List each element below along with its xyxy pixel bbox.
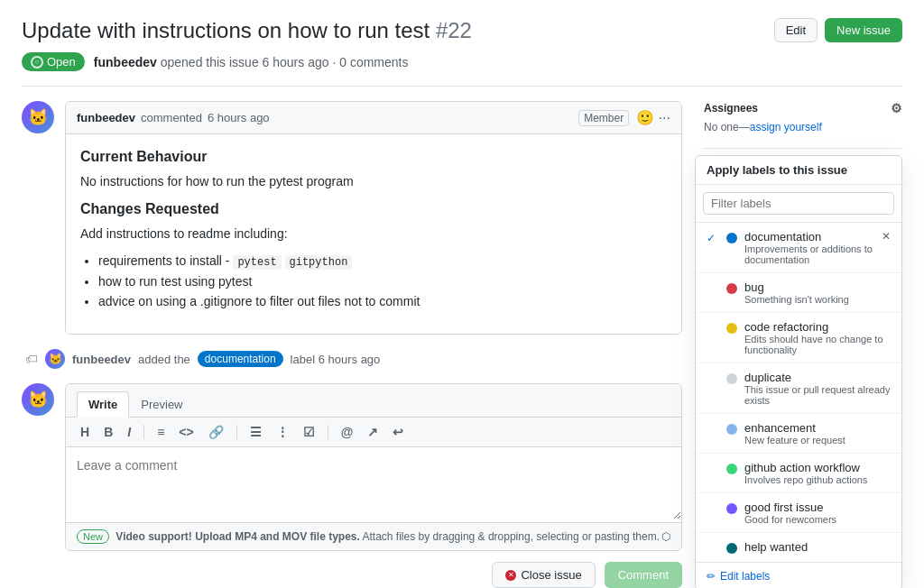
toolbar-link[interactable]: 🔗 <box>205 423 227 441</box>
close-dot-icon: ✕ <box>505 570 516 581</box>
assignees-gear-icon[interactable]: ⚙ <box>891 101 902 115</box>
toolbar-bold[interactable]: B <box>100 423 116 441</box>
label-check-icon <box>707 502 719 515</box>
markdown-icon: ⬡ <box>661 530 670 543</box>
toolbar-divider3 <box>328 425 328 439</box>
label-item[interactable]: ✓documentationImprovements or additions … <box>696 223 901 273</box>
issue-title: Update with instructions on how to run t… <box>22 18 760 43</box>
label-description: New feature or request <box>744 435 891 446</box>
label-info: github action workflowInvolves repo gith… <box>744 461 891 485</box>
list-item: how to run test using pytest <box>98 274 667 289</box>
comment-heading2: Changes Requested <box>80 201 667 217</box>
label-info: documentationImprovements or additions t… <box>744 230 874 265</box>
toolbar-ordered-list[interactable]: ⋮ <box>273 423 292 441</box>
label-check-icon <box>707 322 719 335</box>
label-color-dot <box>726 543 737 554</box>
label-remove-icon[interactable]: ✕ <box>882 230 891 243</box>
assignees-label: Assignees <box>704 102 758 115</box>
label-check-icon <box>707 423 719 436</box>
comment-button[interactable]: Comment <box>605 562 682 588</box>
toolbar-divider1 <box>143 425 144 439</box>
label-color-dot <box>726 283 737 294</box>
label-item[interactable]: duplicateThis issue or pull request alre… <box>696 363 901 414</box>
edit-labels-button[interactable]: ✏ Edit labels <box>696 562 901 588</box>
label-check-icon: ✓ <box>707 232 719 244</box>
label-color-dot <box>726 373 737 384</box>
label-name: enhancement <box>744 421 891 435</box>
toolbar-heading[interactable]: H <box>77 423 93 441</box>
label-description: Edits should have no change to functiona… <box>744 334 891 355</box>
label-name: duplicate <box>744 371 891 384</box>
toolbar-task-list[interactable]: ☑ <box>300 423 319 441</box>
label-info: code refactoringEdits should have no cha… <box>744 320 891 355</box>
toolbar-mention[interactable]: @ <box>337 423 357 441</box>
list-item: requirements to install - pytest gitpyth… <box>98 253 667 269</box>
label-info: good first issueGood for newcomers <box>744 501 891 525</box>
open-status-badge: ○ Open <box>22 52 85 71</box>
toolbar-unordered-list[interactable]: ☰ <box>246 423 265 441</box>
write-avatar: 🐱 <box>22 383 54 416</box>
comment-heading1: Current Behaviour <box>80 149 667 165</box>
label-item[interactable]: help wanted <box>696 533 901 562</box>
new-issue-button[interactable]: New issue <box>825 18 902 42</box>
label-name: good first issue <box>744 501 891 514</box>
comment-para2: Add instructions to readme including: <box>80 226 667 241</box>
label-item[interactable]: code refactoringEdits should have no cha… <box>696 313 901 363</box>
label-color-dot <box>726 233 737 243</box>
labels-section: Labels ⚙ Apply labels to this issue ✓doc… <box>704 163 902 198</box>
open-circle-icon: ○ <box>31 56 43 69</box>
toolbar-code[interactable]: <> <box>175 423 197 441</box>
tab-write[interactable]: Write <box>77 391 129 418</box>
assignees-section: Assignees ⚙ No one—assign yourself <box>704 101 902 149</box>
close-issue-button[interactable]: ✕ Close issue <box>492 562 595 588</box>
issue-meta-text: funbeedev opened this issue 6 hours ago … <box>94 55 409 69</box>
toolbar-list[interactable]: ≡ <box>153 423 168 441</box>
activity-label: documentation <box>198 351 283 367</box>
label-name: help wanted <box>744 540 891 554</box>
label-color-dot <box>726 503 737 514</box>
comment-author: funbeedev <box>77 111 135 124</box>
label-check-icon <box>707 463 719 475</box>
label-name: github action workflow <box>744 461 891 474</box>
edit-button[interactable]: Edit <box>774 18 818 42</box>
label-item[interactable]: bugSomething isn't working <box>696 273 901 313</box>
label-info: bugSomething isn't working <box>744 280 891 305</box>
comment-textarea[interactable] <box>66 447 681 519</box>
assign-yourself-link[interactable]: assign yourself <box>750 121 822 133</box>
label-name: code refactoring <box>744 320 891 334</box>
label-item[interactable]: good first issueGood for newcomers <box>696 493 901 533</box>
label-color-dot <box>726 424 737 435</box>
list-item: advice on using a .gitignore to filter o… <box>98 294 667 308</box>
label-item[interactable]: github action workflowInvolves repo gith… <box>696 454 901 493</box>
pencil-icon: ✏ <box>707 570 716 583</box>
footer-sub: Attach files by dragging & dropping, sel… <box>363 530 661 543</box>
comment-para1: No instructions for how to run the pytes… <box>80 174 667 188</box>
assignees-empty: No one—assign yourself <box>704 121 902 133</box>
label-description: Good for newcomers <box>744 514 891 525</box>
label-description: Something isn't working <box>744 294 891 305</box>
label-check-icon <box>707 372 719 385</box>
label-color-dot <box>726 323 737 334</box>
toolbar-reference[interactable]: ↗ <box>364 423 382 441</box>
label-info: help wanted <box>744 540 891 554</box>
label-description: Improvements or additions to documentati… <box>744 243 874 265</box>
labels-list: ✓documentationImprovements or additions … <box>696 223 901 562</box>
label-description: Involves repo github actions <box>744 474 891 485</box>
toolbar-italic[interactable]: I <box>124 423 134 441</box>
member-badge: Member <box>578 110 629 126</box>
comment-action: commented <box>141 111 202 124</box>
comment-editor: Write Preview H B I ≡ <> 🔗 ☰ ⋮ <box>65 383 682 551</box>
tab-preview[interactable]: Preview <box>129 391 194 418</box>
footer-text: Video support! Upload MP4 and MOV file t… <box>116 530 359 543</box>
label-check-icon <box>707 542 719 555</box>
toolbar-undo[interactable]: ↩ <box>389 423 407 441</box>
sidebar: Assignees ⚙ No one—assign yourself Label… <box>704 101 902 588</box>
label-item[interactable]: enhancementNew feature or request <box>696 414 901 454</box>
tag-icon: 🏷 <box>25 352 38 366</box>
label-info: enhancementNew feature or request <box>744 421 891 446</box>
activity-avatar: 🐱 <box>45 349 65 369</box>
activity-row: 🏷 🐱 funbeedev added the documentation la… <box>22 349 682 369</box>
label-name: bug <box>744 280 891 294</box>
label-color-dot <box>726 464 737 474</box>
labels-filter-input[interactable] <box>703 192 894 215</box>
